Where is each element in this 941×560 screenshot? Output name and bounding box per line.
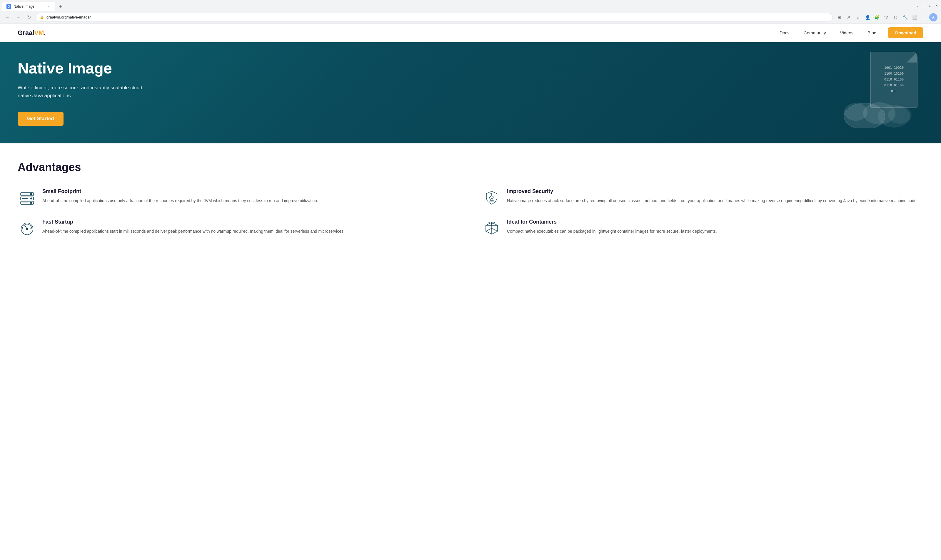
new-tab-button[interactable]: + [57, 2, 65, 11]
small-footprint-icon [18, 188, 37, 207]
logo-vm: VM [34, 29, 44, 37]
small-footprint-text: Small Footprint Ahead-of-time compiled a… [42, 188, 318, 204]
site-logo[interactable]: GraalVM. [18, 29, 46, 37]
toolbar-icons: ⊞ ↗ ☆ 👤 🧩 🛡 ⬡ 🔧 ⬜ ⋮ A [835, 13, 938, 22]
translate-icon[interactable]: ⊞ [835, 13, 843, 22]
refresh-button[interactable]: ↻ [25, 13, 33, 22]
back-button[interactable]: ← [3, 13, 12, 22]
svg-line-25 [486, 228, 492, 231]
cloud-svg [841, 90, 912, 128]
site-nav: GraalVM. Docs Community Videos Blog Down… [0, 23, 941, 42]
extensions-icon[interactable]: 🔧 [901, 13, 909, 22]
advantages-grid: Small Footprint Ahead-of-time compiled a… [18, 188, 923, 238]
share-icon[interactable]: ↗ [845, 13, 853, 22]
improved-security-title: Improved Security [507, 188, 918, 194]
logo-dot: . [44, 29, 46, 37]
small-footprint-description: Ahead-of-time compiled applications use … [42, 197, 318, 204]
svg-line-21 [31, 232, 31, 232]
browser-toolbar: ← → ↻ 🔒 graalvm.org/native-image/ ⊞ ↗ ☆ … [0, 11, 941, 23]
logo-graal: Graal [18, 29, 34, 37]
svg-line-26 [492, 228, 498, 231]
tab-favicon: G [6, 4, 11, 9]
advantage-ideal-containers: Ideal for Containers Compact native exec… [482, 219, 923, 238]
extension1-icon[interactable]: 🧩 [873, 13, 881, 22]
address-bar[interactable]: 🔒 graalvm.org/native-image/ [35, 13, 833, 22]
hero-title: Native Image [18, 60, 153, 77]
star-icon[interactable]: ☆ [854, 13, 862, 22]
advantages-section: Advantages [0, 143, 941, 249]
forward-button[interactable]: → [14, 13, 22, 22]
ideal-containers-description: Compact native executables can be packag… [507, 228, 717, 235]
tab-title: Native Image [14, 5, 44, 9]
svg-point-5 [888, 106, 912, 124]
svg-line-20 [23, 232, 23, 232]
small-footprint-title: Small Footprint [42, 188, 318, 194]
get-started-button[interactable]: Get Started [18, 112, 63, 126]
server-icon [19, 189, 35, 206]
nav-blog[interactable]: Blog [867, 30, 876, 35]
hero-content: Native Image Write efficient, more secur… [18, 60, 153, 126]
shield-icon [483, 189, 500, 206]
menu-button[interactable]: ⋮ [920, 13, 928, 22]
fast-startup-icon [18, 219, 37, 238]
maximize-button[interactable]: □ [928, 3, 932, 8]
svg-point-11 [31, 202, 32, 204]
avatar[interactable]: A [929, 13, 938, 22]
url-text: graalvm.org/native-image/ [46, 15, 828, 19]
close-button[interactable]: ✕ [935, 3, 939, 8]
browser-chrome: G Native Image × + ⌄ — □ ✕ ← → ↻ 🔒 graal… [0, 0, 941, 23]
improved-security-description: Native image reduces attack surface area… [507, 197, 918, 204]
svg-point-19 [26, 228, 28, 230]
cloud-container: 1001 10010 1100 10100 0110 01100 0110 01… [841, 52, 923, 134]
download-button[interactable]: Download [888, 27, 923, 38]
nav-links: Docs Community Videos Blog [779, 30, 876, 35]
nav-community[interactable]: Community [804, 30, 826, 35]
ideal-containers-icon [482, 219, 501, 238]
advantages-title: Advantages [18, 161, 923, 174]
nav-videos[interactable]: Videos [840, 30, 854, 35]
advantage-improved-security: Improved Security Native image reduces a… [482, 188, 923, 207]
hero-subtitle: Write efficient, more secure, and instan… [18, 84, 153, 100]
fast-startup-title: Fast Startup [42, 219, 345, 225]
doc-fold [907, 52, 917, 63]
fast-startup-description: Ahead-of-time compiled applications star… [42, 228, 345, 235]
hero-illustration: 1001 10010 1100 10100 0110 01100 0110 01… [841, 52, 923, 134]
svg-point-9 [31, 193, 32, 195]
nav-docs[interactable]: Docs [779, 30, 790, 35]
hero-section: Native Image Write efficient, more secur… [0, 42, 941, 143]
sidebar-icon[interactable]: ⬜ [910, 13, 919, 22]
improved-security-text: Improved Security Native image reduces a… [507, 188, 918, 204]
window-controls: ⌄ — □ ✕ [915, 3, 939, 9]
extension3-icon[interactable]: ⬡ [892, 13, 900, 22]
extension2-icon[interactable]: 🛡 [882, 13, 890, 22]
browser-tab[interactable]: G Native Image × [2, 2, 55, 11]
improved-security-icon [482, 188, 501, 207]
tab-close-button[interactable]: × [46, 4, 51, 9]
box-icon [483, 220, 500, 237]
website: GraalVM. Docs Community Videos Blog Down… [0, 23, 941, 249]
speedometer-icon [19, 220, 35, 237]
advantage-fast-startup: Fast Startup Ahead-of-time compiled appl… [18, 219, 459, 238]
svg-point-10 [31, 198, 32, 199]
lock-icon: 🔒 [40, 15, 44, 19]
browser-titlebar: G Native Image × + ⌄ — □ ✕ [0, 0, 941, 11]
ideal-containers-title: Ideal for Containers [507, 219, 717, 225]
fast-startup-text: Fast Startup Ahead-of-time compiled appl… [42, 219, 345, 235]
tab-list-button[interactable]: ⌄ [915, 3, 919, 8]
advantage-small-footprint: Small Footprint Ahead-of-time compiled a… [18, 188, 459, 207]
minimize-button[interactable]: — [922, 3, 926, 8]
profile-icon[interactable]: 👤 [863, 13, 872, 22]
ideal-containers-text: Ideal for Containers Compact native exec… [507, 219, 717, 235]
